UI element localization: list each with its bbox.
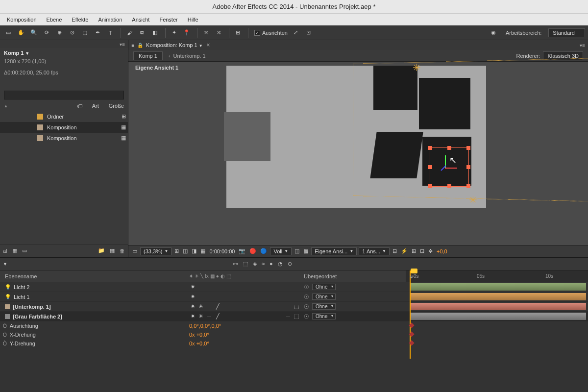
resize-handle[interactable] bbox=[447, 184, 451, 188]
comp-tab[interactable]: Komposition: Komp 1 ▼ bbox=[146, 42, 203, 48]
selected-layer[interactable] bbox=[430, 147, 469, 187]
property-row[interactable]: Ò Ausrichtung 0,0°,0,0°,0,0° bbox=[0, 321, 588, 330]
cube-icon[interactable]: ⬚ bbox=[293, 303, 300, 310]
time-display[interactable]: 0:00:00:00 bbox=[208, 248, 236, 254]
camera-dropdown[interactable]: Eigene Ansi...▼ bbox=[311, 247, 357, 255]
stopwatch-icon[interactable]: Ò bbox=[3, 332, 7, 338]
layer-row[interactable]: [Unterkomp. 1] ✷ ☀─╱ ─⬚ ☉ Ohne bbox=[0, 302, 588, 312]
stopwatch-icon[interactable]: Ò bbox=[3, 341, 7, 346]
lock-icon[interactable]: 🔒 bbox=[137, 43, 143, 48]
flowchart-icon[interactable]: ⊡ bbox=[419, 248, 425, 254]
views-dropdown[interactable]: 1 Ans...▼ bbox=[359, 247, 390, 255]
resize-handle[interactable] bbox=[428, 184, 432, 188]
layer-bar[interactable] bbox=[411, 303, 586, 310]
chevron-down-icon[interactable]: ▼ bbox=[3, 262, 7, 267]
pen-tool-icon[interactable]: ✒ bbox=[92, 27, 103, 38]
layer-square[interactable] bbox=[373, 66, 417, 110]
property-value[interactable]: 0,0°,0,0°,0,0° bbox=[189, 323, 300, 329]
graph-icon[interactable]: ◔ bbox=[278, 261, 283, 267]
menu-ansicht[interactable]: Ansicht bbox=[127, 17, 154, 23]
local-axis-icon[interactable]: ⤧ bbox=[200, 27, 211, 38]
panel-menu[interactable]: ▾≡ bbox=[0, 40, 128, 48]
layer-square[interactable] bbox=[419, 78, 470, 129]
hand-tool-icon[interactable]: ✋ bbox=[16, 27, 26, 38]
new-folder-icon[interactable]: 📁 bbox=[98, 247, 105, 254]
switch-cell[interactable]: ✷ bbox=[189, 303, 196, 310]
property-value[interactable]: 0x +0,0° bbox=[189, 332, 300, 338]
timeline-icon[interactable]: ⊞ bbox=[411, 248, 417, 254]
switch-cell[interactable]: ✷ bbox=[189, 294, 196, 300]
switch-cell[interactable]: ✷ bbox=[189, 284, 196, 291]
autokey-icon[interactable]: ⊙ bbox=[288, 261, 292, 267]
pickwhip-icon[interactable]: ☉ bbox=[304, 313, 309, 320]
breadcrumb-active[interactable]: Komp 1 bbox=[133, 51, 163, 60]
world-axis-icon[interactable]: ⤨ bbox=[213, 27, 224, 38]
switch-cell[interactable]: ╱ bbox=[214, 303, 221, 310]
layer-row[interactable]: [Grau Farbfläche 2] ✷ ☀─╱ ─⬚ ☉ Ohne bbox=[0, 312, 588, 321]
text-tool-icon[interactable]: T bbox=[105, 27, 116, 38]
resize-handle[interactable] bbox=[428, 146, 432, 150]
breadcrumb-item[interactable]: Unterkomp. 1 bbox=[173, 53, 206, 59]
interpret-icon[interactable]: ▦ bbox=[12, 247, 17, 254]
layer-bar[interactable] bbox=[411, 283, 586, 291]
resize-handle[interactable] bbox=[447, 146, 451, 150]
property-row[interactable]: Ò Y-Drehung 0x +0,0° bbox=[0, 339, 588, 348]
mask-icon[interactable]: ◫ bbox=[182, 248, 189, 254]
zoom-tool-icon[interactable]: 🔍 bbox=[28, 27, 39, 38]
snap-edge-icon[interactable]: ⤢ bbox=[291, 27, 301, 38]
menu-animation[interactable]: Animation bbox=[93, 17, 127, 23]
resize-handle[interactable] bbox=[428, 165, 432, 169]
parent-dropdown[interactable]: Ohne bbox=[312, 303, 336, 310]
property-value[interactable]: 0x +0,0° bbox=[189, 341, 300, 346]
grid-icon[interactable]: ▦ bbox=[199, 248, 206, 254]
layer-row[interactable]: 💡 Licht 1 ✷ ☉ Ohne bbox=[0, 292, 588, 302]
exposure-value[interactable]: +0,0 bbox=[436, 248, 448, 254]
col-layer-name[interactable]: Ebenenname bbox=[0, 273, 189, 279]
fast-preview-icon[interactable]: ⚡ bbox=[400, 248, 409, 254]
puppet-tool-icon[interactable]: 📍 bbox=[181, 27, 192, 38]
keyframe-icon[interactable] bbox=[409, 340, 414, 345]
guides-icon[interactable]: ◫ bbox=[294, 248, 300, 254]
res-icon[interactable]: ⊞ bbox=[173, 248, 180, 254]
pickwhip-icon[interactable]: ☉ bbox=[304, 294, 309, 300]
keyframe-icon[interactable] bbox=[409, 322, 414, 328]
comp-name[interactable]: Komp 1▼ bbox=[0, 48, 128, 58]
parent-dropdown[interactable]: Ohne bbox=[312, 284, 336, 290]
channel-icon[interactable]: 🔴 bbox=[248, 248, 257, 254]
light-icon[interactable]: ✳ bbox=[469, 194, 477, 206]
menu-fenster[interactable]: Fenster bbox=[154, 17, 182, 23]
menu-komposition[interactable]: Komposition bbox=[2, 17, 42, 23]
resize-handle[interactable] bbox=[466, 184, 470, 188]
layer-square[interactable] bbox=[224, 112, 270, 161]
col-parent[interactable]: Übergeordnet bbox=[300, 273, 406, 279]
color-icon[interactable]: 🔵 bbox=[259, 248, 268, 254]
brush-tool-icon[interactable]: 🖌 bbox=[124, 27, 135, 38]
selection-tool-icon[interactable]: ▭ bbox=[3, 27, 14, 38]
shape-tool-icon[interactable]: ▢ bbox=[79, 27, 90, 38]
square-icon[interactable]: ■ bbox=[131, 43, 134, 48]
clone-tool-icon[interactable]: ⧉ bbox=[137, 27, 147, 38]
shy-icon[interactable]: ⊶ bbox=[233, 261, 238, 267]
resize-handle[interactable] bbox=[466, 146, 470, 150]
snap-box-icon[interactable]: ⊡ bbox=[303, 27, 314, 38]
frame-blend-icon[interactable]: ◈ bbox=[253, 261, 257, 267]
cti-head-icon[interactable] bbox=[411, 269, 417, 273]
panel-menu-icon[interactable]: ▾≡ bbox=[580, 43, 585, 48]
search-input[interactable] bbox=[4, 91, 124, 99]
viewport[interactable]: Eigene Ansicht 1 ✳ ✳ bbox=[128, 62, 588, 245]
sort-icon[interactable]: ▲ bbox=[4, 104, 8, 108]
resize-handle[interactable] bbox=[466, 165, 470, 169]
snapping-checkbox[interactable]: ✓ Ausrichten bbox=[254, 30, 288, 36]
light-icon[interactable]: ✳ bbox=[413, 62, 421, 74]
stopwatch-icon[interactable]: Ò bbox=[3, 323, 7, 329]
switch-cell[interactable]: ╱ bbox=[214, 313, 221, 320]
layer-bar[interactable] bbox=[411, 293, 586, 300]
camera-tool-icon[interactable]: ⊕ bbox=[54, 27, 65, 38]
project-item-comp[interactable]: Komposition ▦ bbox=[0, 133, 128, 144]
keyframe-icon[interactable] bbox=[409, 331, 414, 337]
pickwhip-icon[interactable]: ☉ bbox=[304, 284, 309, 291]
search-help-icon[interactable]: ◉ bbox=[491, 29, 496, 36]
project-item-folder[interactable]: Ordner ⊞ bbox=[0, 111, 128, 122]
parent-dropdown[interactable]: Ohne bbox=[312, 313, 336, 319]
mag-icon[interactable]: ▭ bbox=[131, 248, 138, 254]
